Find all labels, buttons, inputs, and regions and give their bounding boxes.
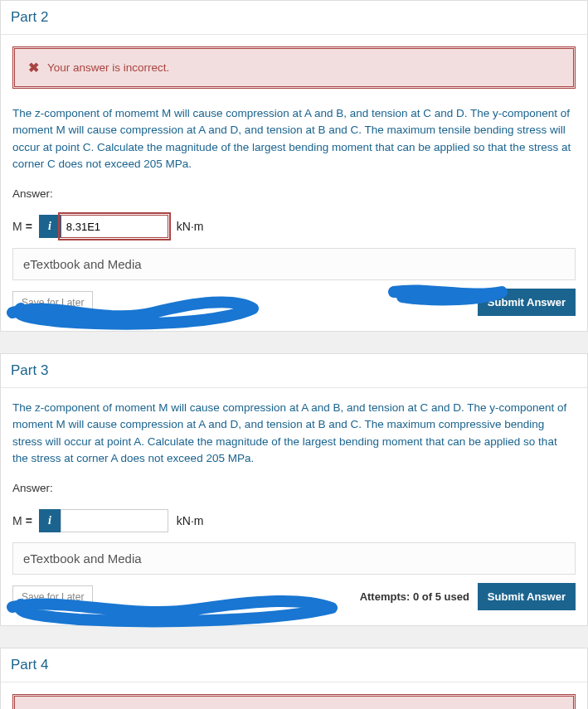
submit-answer-button[interactable]: Submit Answer (478, 289, 576, 316)
info-icon[interactable]: i (39, 509, 61, 532)
question-text: The z-component of moment M will cause c… (12, 400, 576, 467)
variable-m: M (12, 220, 22, 233)
question-text: The z-component of momemt M will cause c… (12, 105, 576, 172)
part-4-panel: Part 4 ✖ Your answer is incorrect. Deter… (0, 648, 588, 709)
equals-sign: = (26, 514, 32, 527)
error-text: Your answer is incorrect. (47, 61, 169, 74)
answer-label: Answer: (12, 482, 576, 494)
part-4-body: ✖ Your answer is incorrect. Determine th… (1, 682, 587, 709)
info-icon[interactable]: i (39, 215, 61, 238)
part-2-panel: Part 2 ✖ Your answer is incorrect. The z… (0, 0, 588, 332)
answer-input[interactable] (61, 509, 168, 532)
button-row: Save for Later Attempts: 0 of 5 used Sub… (12, 583, 576, 610)
part-3-body: The z-component of moment M will cause c… (1, 388, 587, 625)
answer-row: M = i kN·m (12, 215, 576, 238)
part-2-body: ✖ Your answer is incorrect. The z-compon… (1, 35, 587, 331)
part-4-title: Part 4 (11, 656, 48, 682)
attempts-text: Attempts: 0 of 5 used (360, 590, 469, 603)
etextbook-media-button[interactable]: eTextbook and Media (12, 248, 576, 280)
part-2-title: Part 2 (11, 8, 48, 34)
part-2-header[interactable]: Part 2 (1, 1, 587, 35)
answer-row: M = i kN·m (12, 509, 576, 532)
etextbook-media-button[interactable]: eTextbook and Media (12, 542, 576, 575)
part-4-header[interactable]: Part 4 (1, 648, 587, 682)
save-for-later-button[interactable]: Save for Later (12, 291, 93, 314)
part-3-title: Part 3 (11, 362, 48, 387)
save-for-later-button[interactable]: Save for Later (12, 585, 93, 609)
answer-input[interactable] (61, 215, 168, 238)
error-x-icon: ✖ (28, 60, 39, 75)
submit-answer-button[interactable]: Submit Answer (478, 583, 576, 610)
part-3-panel: Part 3 The z-component of moment M will … (0, 353, 588, 626)
incorrect-alert: ✖ Your answer is incorrect. (12, 694, 576, 709)
variable-m: M (12, 514, 22, 527)
unit-label: kN·m (177, 220, 204, 233)
incorrect-alert: ✖ Your answer is incorrect. (12, 46, 576, 89)
unit-label: kN·m (177, 514, 204, 527)
answer-label: Answer: (12, 187, 576, 200)
equals-sign: = (26, 220, 32, 233)
part-3-header[interactable]: Part 3 (1, 354, 587, 388)
button-row: Save for Later Submit Answer (12, 289, 576, 316)
